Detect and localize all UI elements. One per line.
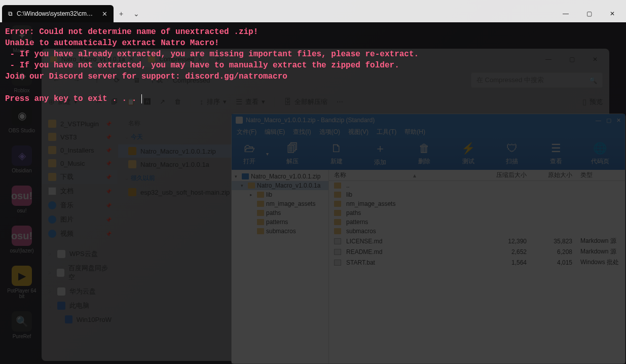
terminal-window: ⧉ C:\Windows\system32\cmd.exe ✕ + ⌄ — ▢ … [0, 0, 626, 364]
terminal-dropdown-button[interactable]: ⌄ [129, 5, 144, 22]
terminal-close-button[interactable]: ✕ [601, 5, 624, 22]
close-tab-icon[interactable]: ✕ [102, 10, 107, 18]
terminal-tabbar: ⧉ C:\Windows\system32\cmd.exe ✕ + ⌄ — ▢ … [0, 0, 626, 22]
terminal-tab[interactable]: ⧉ C:\Windows\system32\cmd.exe ✕ [2, 5, 114, 22]
cmd-icon: ⧉ [8, 10, 13, 17]
terminal-output[interactable]: Error: Could not determine name of unext… [0, 22, 626, 364]
terminal-tab-title: C:\Windows\system32\cmd.exe [17, 10, 96, 17]
terminal-maximize-button[interactable]: ▢ [577, 5, 601, 22]
terminal-minimize-button[interactable]: — [554, 5, 577, 22]
terminal-new-tab-button[interactable]: + [114, 5, 129, 22]
